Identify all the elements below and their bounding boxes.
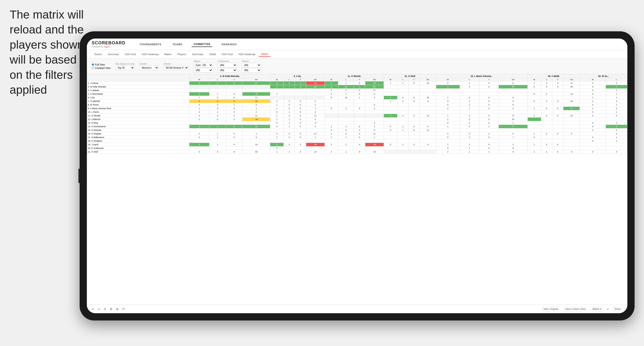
view-original-btn[interactable]: View: Original [542,307,560,311]
cell: 0 [384,143,397,147]
sub-nav-summary[interactable]: Summary [105,52,121,57]
cell [606,147,627,150]
sub-nav-detail[interactable]: Detail [207,52,218,57]
watch-btn[interactable]: Watch ▾ [591,307,603,311]
share-btn[interactable]: Share [613,307,622,311]
cell [408,110,420,114]
cell: 4 [324,85,338,89]
cell: 4 [397,114,408,118]
conference-label: Conference [218,60,237,62]
cell: 1 [580,96,606,100]
share-label: Share [614,308,621,310]
cell [408,107,420,110]
sub-nav-h2h-heatmap2[interactable]: H2H Heatmap [236,52,258,57]
cell: 0 [580,121,606,125]
sub-nav-matrix2[interactable]: Matrix [259,52,271,57]
settings-icon[interactable]: ⚙ [110,308,112,311]
cell [354,100,365,103]
cell [397,147,408,150]
nav-committee[interactable]: COMMITTEE [192,42,212,47]
compact-view-radio[interactable]: Compact View [92,67,110,69]
nav-teams[interactable]: TEAMS [170,42,184,47]
undo-icon[interactable]: ↩ [92,308,94,311]
conference-sub-select[interactable]: (All) [218,68,237,73]
cell: -7 [306,107,324,110]
cell: 1 [365,136,384,139]
cell: 0 [226,125,242,128]
cell: 0 [226,114,242,118]
full-view-radio[interactable]: Full View [92,63,110,66]
conference-select[interactable]: (All) [218,63,237,67]
cell: 2 [436,143,460,147]
cell: 6 [499,81,528,85]
cell: 0 [226,150,242,154]
player-name: 18. H Hodgson [87,139,190,143]
cell: 2 [499,143,528,147]
cell: 4 [270,143,284,147]
tablet-screen: SCOREBOARD Powered by clippd TOURNAMENTS… [87,38,627,313]
cell [210,139,226,143]
sub-t5: T [479,78,499,81]
region-select[interactable]: East - DII [194,63,213,67]
cell [306,89,324,92]
zoom-icon[interactable]: ⊕ [116,308,118,311]
cell: 1 [338,150,354,154]
expand-icon[interactable]: ⤢ [606,308,609,311]
table-row: 14. S Srichantamit 3 1 0 14 0 1 0 5 1 2 … [87,125,627,128]
cell: 0 [606,114,627,118]
cell [564,118,580,121]
cell: 3 [365,121,384,125]
cell: 0 [479,85,499,89]
cell: 0 [354,81,365,85]
players-select[interactable]: (All) [242,63,261,67]
gender-select[interactable]: Women's [140,66,159,70]
cell: 14 [420,114,436,118]
sub-nav-summary2[interactable]: Summary [190,52,206,57]
sub-nav-teams[interactable]: Teams [92,52,104,57]
sub-nav-h2h-grid2[interactable]: H2H Grid [219,52,235,57]
cell [284,147,295,150]
sub-t3: T [354,78,365,81]
cell: 0 [354,85,365,89]
player-name: 12. A Bianchi [87,118,190,121]
cell [564,125,580,128]
max-players-select[interactable]: Top 25 [115,66,135,70]
cell [324,114,338,118]
nav-rankings[interactable]: RANKINGS [220,42,239,47]
cell: 10 [365,81,384,85]
clock-icon[interactable]: ⏱ [122,308,125,311]
player-name: 7. O Mitchell [87,100,190,103]
cell: 0 [606,125,627,128]
sub-nav-h2h-grid[interactable]: H2H Grid [122,52,138,57]
cell: 1 [324,150,338,154]
cell: 0 [295,118,306,121]
cell [384,92,397,96]
sub-nav-h2h-heatmap[interactable]: H2H Heatmap [139,52,161,57]
max-players-filter: Max players in view Top 25 [115,63,135,70]
region-sub-select[interactable]: (All) [194,68,213,73]
save-custom-btn[interactable]: Save Custom View [564,307,587,311]
cell: 2 [606,81,627,85]
cell [270,89,284,92]
cell [580,132,606,136]
cell: 1 [436,125,460,128]
players-sub-select[interactable]: (All) [242,68,261,73]
cell [397,121,408,125]
division-select[interactable]: NCAA Division II [164,66,189,70]
cell [210,147,226,150]
cell: 1 [436,96,460,100]
cell [384,139,397,143]
cell: 3 [564,132,580,136]
redo-icon[interactable]: ↪ [98,308,100,311]
cell [541,125,552,128]
refresh-icon[interactable]: ↺ [104,308,106,311]
sub-nav-players[interactable]: Players [175,52,189,57]
cell [324,118,338,121]
cell [552,96,563,100]
sub-nav-matrix[interactable]: Matrix [162,52,174,57]
cell: 0 [408,96,420,100]
sub-dif5: Dif [499,78,528,81]
cell: 3 [606,100,627,103]
nav-tournaments[interactable]: TOURNAMENTS [138,42,163,47]
watch-label: Watch [592,308,599,310]
